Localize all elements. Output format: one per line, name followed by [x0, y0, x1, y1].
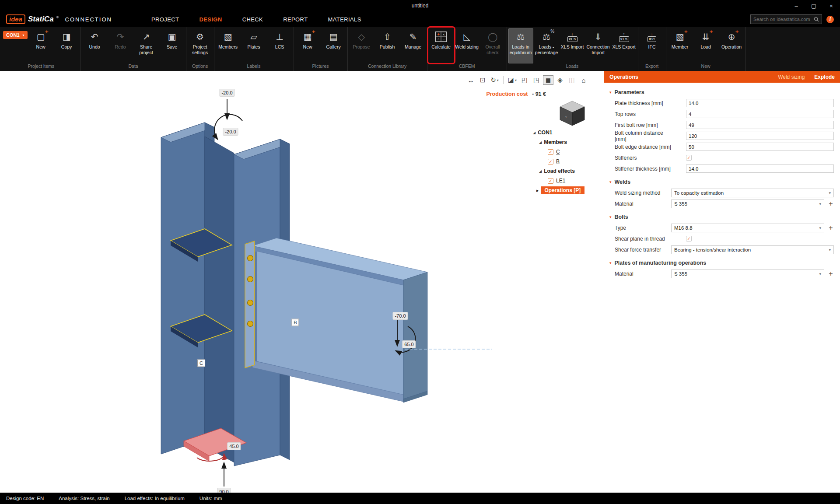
- add-material-button[interactable]: +: [828, 270, 834, 277]
- tree-item-b[interactable]: B: [556, 158, 560, 164]
- section-header-parameters[interactable]: ▾Parameters: [609, 89, 834, 95]
- tab-check[interactable]: CHECK: [242, 16, 263, 23]
- tab-design[interactable]: DESIGN: [199, 16, 222, 23]
- type-select[interactable]: M16 8.8▾: [671, 224, 824, 232]
- expander-icon[interactable]: ◢: [533, 131, 536, 135]
- plates-button[interactable]: ▱Plates: [242, 28, 266, 63]
- ifc-button[interactable]: ↓IFCIFC: [640, 28, 665, 63]
- tree-item-members[interactable]: Members: [544, 139, 567, 145]
- checkbox-checked-icon[interactable]: ✓: [548, 178, 553, 184]
- navigation-cube[interactable]: Y: [555, 96, 590, 128]
- labels-view-icon[interactable]: ◈: [555, 75, 565, 85]
- bolt-edge-distance-mm-input[interactable]: [686, 143, 834, 151]
- panel-title: Operations: [609, 74, 638, 80]
- material-select[interactable]: S 355▾: [671, 270, 824, 278]
- tree-item-con1[interactable]: CON1: [538, 130, 552, 136]
- section-header-plates-of-manufacturing-operations[interactable]: ▾Plates of manufacturing operations: [609, 260, 834, 266]
- copy-button[interactable]: ◨Copy: [54, 28, 79, 63]
- section-header-bolts[interactable]: ▾Bolts: [609, 214, 834, 220]
- close-button[interactable]: ×: [822, 0, 840, 11]
- weld-sizing-method-select[interactable]: To capacity estimation▾: [671, 189, 834, 197]
- column-member[interactable]: [161, 122, 234, 462]
- redo-button[interactable]: ↷Redo: [108, 28, 133, 63]
- shear-plane-in-thread-checkbox[interactable]: ✓: [686, 236, 692, 242]
- loads-in-equilibrium-button[interactable]: ⚖Loads in equilibrium: [508, 28, 533, 63]
- checkbox-checked-icon[interactable]: ✓: [548, 149, 553, 155]
- button-label: Manage: [405, 44, 421, 50]
- xls-import-button[interactable]: ↓XLSXLS Import: [560, 28, 585, 63]
- expander-icon[interactable]: ◢: [539, 169, 542, 173]
- member-button[interactable]: ▧+Member: [668, 28, 693, 63]
- propose-button[interactable]: ◇Propose: [349, 28, 374, 63]
- material-select[interactable]: S 355▾: [671, 200, 824, 208]
- load-button[interactable]: ⇊+Load: [693, 28, 718, 63]
- operation-button[interactable]: ⊕+Operation: [719, 28, 744, 63]
- view-front-icon[interactable]: ◰: [519, 75, 530, 85]
- overall-check-button[interactable]: ◯Overall check: [480, 28, 505, 63]
- minimize-button[interactable]: –: [788, 0, 805, 11]
- connection-import-button[interactable]: ⇓Connection Import: [586, 28, 611, 63]
- solid-view-icon[interactable]: ◼: [543, 75, 553, 85]
- expander-icon[interactable]: ◢: [539, 140, 542, 144]
- bolt-column-distance-mm-row: Bolt column distance [mm]: [609, 130, 834, 141]
- section-clip-icon[interactable]: ◪▾: [507, 75, 518, 85]
- tree-item-le1[interactable]: LE1: [556, 178, 565, 184]
- share-project-button[interactable]: ↗Share project: [134, 28, 159, 63]
- stiffeners-checkbox[interactable]: ✓: [686, 155, 692, 161]
- lcs-button[interactable]: ⊥LCS: [267, 28, 292, 63]
- calculate-button[interactable]: +×÷=Calculate: [429, 28, 454, 63]
- weld-sizing-action[interactable]: Weld sizing: [778, 74, 805, 80]
- manage-button[interactable]: ✎Manage: [401, 28, 426, 63]
- add-type-button[interactable]: +: [828, 224, 834, 231]
- member-label-c[interactable]: C: [197, 360, 205, 367]
- weld-sizing-button[interactable]: ◺Weld sizing: [455, 28, 480, 63]
- save-icon: ▣: [168, 30, 176, 43]
- split-view-icon[interactable]: ◫: [567, 75, 577, 85]
- tree-item-operations-p[interactable]: Operations [P]: [541, 186, 585, 194]
- workspace: -20.0 -20.0 -70.0 65.0 45.0 90.0 B C Pro…: [0, 71, 840, 493]
- maximize-button[interactable]: ▢: [805, 0, 822, 11]
- xls-export-button[interactable]: ↑XLSXLS Export: [612, 28, 637, 63]
- new-button[interactable]: ▦+New: [295, 28, 320, 63]
- button-label: XLS Import: [561, 44, 584, 50]
- tab-report[interactable]: REPORT: [283, 16, 308, 23]
- expander-collapsed-icon[interactable]: ▸: [536, 188, 539, 193]
- bolt-column-distance-mm-input[interactable]: [686, 132, 834, 140]
- field-label: Bolt edge distance [mm]: [615, 144, 671, 150]
- button-label: Loads in equilibrium: [508, 44, 533, 55]
- connection-selector[interactable]: CON1▾: [3, 31, 28, 39]
- first-bolt-row-mm-input[interactable]: [686, 121, 834, 129]
- measure-icon[interactable]: ↔: [466, 75, 476, 85]
- top-rows-input[interactable]: [686, 110, 834, 118]
- fit-view-icon[interactable]: ⊡: [477, 75, 488, 85]
- view-iso-icon[interactable]: ◳: [531, 75, 542, 85]
- gallery-button[interactable]: ▤Gallery: [321, 28, 346, 63]
- tree-item-c[interactable]: C: [556, 149, 560, 155]
- undo-button[interactable]: ↶Undo: [82, 28, 107, 63]
- loads-percentage-button[interactable]: ⚖%Loads - percentage: [534, 28, 559, 63]
- stiffener-thickness-mm-input[interactable]: [686, 164, 834, 173]
- viewport-3d[interactable]: [0, 71, 604, 493]
- info-icon[interactable]: i: [826, 16, 834, 23]
- member-label-b[interactable]: B: [291, 319, 299, 326]
- publish-button[interactable]: ⇧Publish: [375, 28, 400, 63]
- field-label: Plate thickness [mm]: [615, 100, 671, 106]
- rotate-view-icon[interactable]: ↻▾: [489, 75, 500, 85]
- tab-project[interactable]: PROJECT: [151, 16, 179, 23]
- checkbox-checked-icon[interactable]: ✓: [548, 159, 553, 164]
- add-material-button[interactable]: +: [828, 200, 834, 207]
- save-button[interactable]: ▣Save: [160, 28, 185, 63]
- shear-force-transfer-select[interactable]: Bearing - tension/shear interaction▾: [671, 245, 834, 254]
- tree-item-load-effects[interactable]: Load effects: [544, 168, 575, 174]
- button-label: IFC: [648, 44, 656, 50]
- search-input[interactable]: [753, 17, 811, 22]
- search-icon[interactable]: [814, 17, 819, 22]
- tab-materials[interactable]: MATERIALS: [328, 16, 361, 23]
- section-header-welds[interactable]: ▾Welds: [609, 179, 834, 185]
- project-settings-button[interactable]: ⚙Project settings: [188, 28, 213, 63]
- members-button[interactable]: ▧Members: [216, 28, 241, 63]
- home-icon[interactable]: ⌂: [578, 75, 589, 85]
- new-button[interactable]: ▢+New: [28, 28, 53, 63]
- explode-action[interactable]: Explode: [814, 74, 835, 80]
- plate-thickness-mm-input[interactable]: [686, 99, 834, 107]
